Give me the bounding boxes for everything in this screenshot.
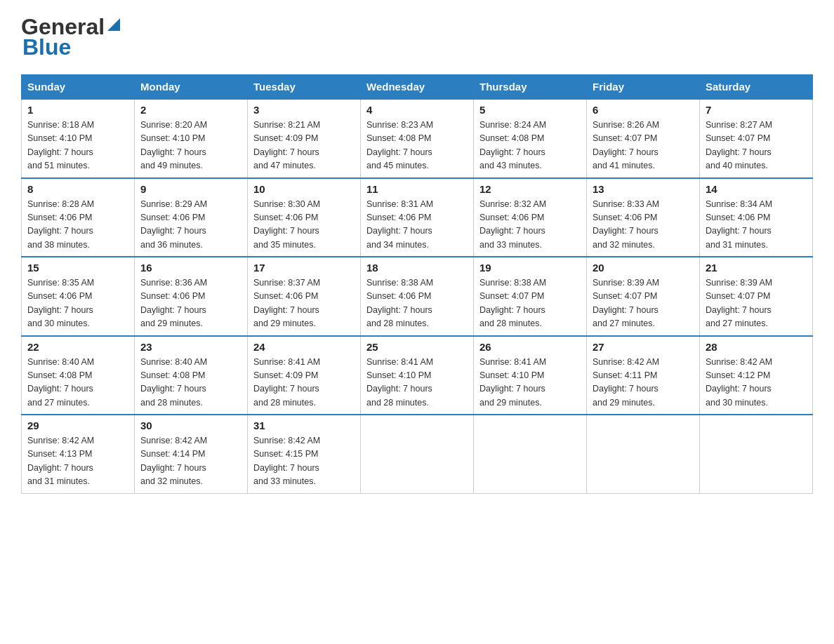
day-number: 8 xyxy=(27,183,128,195)
day-info: Sunrise: 8:32 AMSunset: 4:06 PMDaylight:… xyxy=(479,198,581,253)
calendar-cell: 25Sunrise: 8:41 AMSunset: 4:10 PMDayligh… xyxy=(361,336,474,415)
logo-triangle-icon xyxy=(106,17,121,32)
day-number: 15 xyxy=(27,262,128,274)
day-number: 7 xyxy=(706,104,807,116)
day-info: Sunrise: 8:30 AMSunset: 4:06 PMDaylight:… xyxy=(253,198,355,253)
calendar-cell: 10Sunrise: 8:30 AMSunset: 4:06 PMDayligh… xyxy=(248,178,361,257)
day-info: Sunrise: 8:37 AMSunset: 4:06 PMDaylight:… xyxy=(253,276,355,331)
calendar-cell: 4Sunrise: 8:23 AMSunset: 4:08 PMDaylight… xyxy=(361,99,474,178)
calendar-cell: 7Sunrise: 8:27 AMSunset: 4:07 PMDaylight… xyxy=(700,99,813,178)
day-info: Sunrise: 8:41 AMSunset: 4:10 PMDaylight:… xyxy=(366,356,468,410)
week-row-3: 15Sunrise: 8:35 AMSunset: 4:06 PMDayligh… xyxy=(22,257,813,336)
calendar-table: SundayMondayTuesdayWednesdayThursdayFrid… xyxy=(21,74,813,494)
day-number: 17 xyxy=(253,262,355,274)
day-info: Sunrise: 8:40 AMSunset: 4:08 PMDaylight:… xyxy=(140,356,241,410)
week-row-4: 22Sunrise: 8:40 AMSunset: 4:08 PMDayligh… xyxy=(22,336,813,415)
calendar-cell: 23Sunrise: 8:40 AMSunset: 4:08 PMDayligh… xyxy=(135,336,248,415)
calendar-cell: 6Sunrise: 8:26 AMSunset: 4:07 PMDaylight… xyxy=(587,99,700,178)
day-info: Sunrise: 8:27 AMSunset: 4:07 PMDaylight:… xyxy=(706,119,807,173)
calendar-cell: 31Sunrise: 8:42 AMSunset: 4:15 PMDayligh… xyxy=(248,415,361,493)
day-number: 3 xyxy=(253,104,355,116)
calendar-cell: 19Sunrise: 8:38 AMSunset: 4:07 PMDayligh… xyxy=(474,257,587,336)
day-number: 4 xyxy=(366,104,468,116)
day-info: Sunrise: 8:41 AMSunset: 4:10 PMDaylight:… xyxy=(479,356,581,410)
calendar-cell: 26Sunrise: 8:41 AMSunset: 4:10 PMDayligh… xyxy=(474,336,587,415)
day-info: Sunrise: 8:36 AMSunset: 4:06 PMDaylight:… xyxy=(140,276,241,331)
day-number: 11 xyxy=(366,183,468,195)
logo-blue-text: Blue xyxy=(22,34,71,60)
calendar-cell: 22Sunrise: 8:40 AMSunset: 4:08 PMDayligh… xyxy=(22,336,135,415)
header-wednesday: Wednesday xyxy=(361,75,474,100)
header-monday: Monday xyxy=(135,75,248,100)
calendar-cell: 13Sunrise: 8:33 AMSunset: 4:06 PMDayligh… xyxy=(587,178,700,257)
calendar-cell: 27Sunrise: 8:42 AMSunset: 4:11 PMDayligh… xyxy=(587,336,700,415)
calendar-cell: 2Sunrise: 8:20 AMSunset: 4:10 PMDaylight… xyxy=(135,99,248,178)
week-row-2: 8Sunrise: 8:28 AMSunset: 4:06 PMDaylight… xyxy=(22,178,813,257)
page-header: General Blue xyxy=(21,14,813,60)
header-friday: Friday xyxy=(587,75,700,100)
day-number: 23 xyxy=(140,341,241,353)
day-number: 26 xyxy=(479,341,581,353)
day-number: 27 xyxy=(593,341,694,353)
svg-marker-0 xyxy=(107,18,120,31)
week-row-1: 1Sunrise: 8:18 AMSunset: 4:10 PMDaylight… xyxy=(22,99,813,178)
day-number: 13 xyxy=(593,183,694,195)
day-info: Sunrise: 8:42 AMSunset: 4:15 PMDaylight:… xyxy=(253,434,355,489)
calendar-cell: 29Sunrise: 8:42 AMSunset: 4:13 PMDayligh… xyxy=(22,415,135,493)
day-info: Sunrise: 8:31 AMSunset: 4:06 PMDaylight:… xyxy=(366,198,468,253)
header-sunday: Sunday xyxy=(22,75,135,100)
day-info: Sunrise: 8:21 AMSunset: 4:09 PMDaylight:… xyxy=(253,119,355,173)
day-number: 5 xyxy=(479,104,581,116)
calendar-cell: 9Sunrise: 8:29 AMSunset: 4:06 PMDaylight… xyxy=(135,178,248,257)
day-number: 28 xyxy=(706,341,807,353)
calendar-cell xyxy=(361,415,474,493)
calendar-cell: 28Sunrise: 8:42 AMSunset: 4:12 PMDayligh… xyxy=(700,336,813,415)
day-info: Sunrise: 8:42 AMSunset: 4:11 PMDaylight:… xyxy=(593,356,694,410)
day-info: Sunrise: 8:42 AMSunset: 4:14 PMDaylight:… xyxy=(140,434,241,489)
week-row-5: 29Sunrise: 8:42 AMSunset: 4:13 PMDayligh… xyxy=(22,415,813,493)
day-number: 30 xyxy=(140,420,241,431)
calendar-cell: 3Sunrise: 8:21 AMSunset: 4:09 PMDaylight… xyxy=(248,99,361,178)
calendar-header-row: SundayMondayTuesdayWednesdayThursdayFrid… xyxy=(22,75,813,100)
day-info: Sunrise: 8:20 AMSunset: 4:10 PMDaylight:… xyxy=(140,119,241,173)
calendar-cell xyxy=(700,415,813,493)
day-info: Sunrise: 8:26 AMSunset: 4:07 PMDaylight:… xyxy=(593,119,694,173)
calendar-cell: 1Sunrise: 8:18 AMSunset: 4:10 PMDaylight… xyxy=(22,99,135,178)
day-number: 24 xyxy=(253,341,355,353)
day-info: Sunrise: 8:38 AMSunset: 4:07 PMDaylight:… xyxy=(479,276,581,331)
day-number: 21 xyxy=(706,262,807,274)
calendar-cell: 11Sunrise: 8:31 AMSunset: 4:06 PMDayligh… xyxy=(361,178,474,257)
header-saturday: Saturday xyxy=(700,75,813,100)
day-number: 14 xyxy=(706,183,807,195)
day-number: 12 xyxy=(479,183,581,195)
day-info: Sunrise: 8:23 AMSunset: 4:08 PMDaylight:… xyxy=(366,119,468,173)
day-info: Sunrise: 8:18 AMSunset: 4:10 PMDaylight:… xyxy=(27,119,128,173)
day-number: 2 xyxy=(140,104,241,116)
day-number: 6 xyxy=(593,104,694,116)
logo: General Blue xyxy=(21,14,121,60)
day-info: Sunrise: 8:29 AMSunset: 4:06 PMDaylight:… xyxy=(140,198,241,253)
day-number: 31 xyxy=(253,420,355,431)
day-info: Sunrise: 8:35 AMSunset: 4:06 PMDaylight:… xyxy=(27,276,128,331)
header-tuesday: Tuesday xyxy=(248,75,361,100)
day-info: Sunrise: 8:34 AMSunset: 4:06 PMDaylight:… xyxy=(706,198,807,253)
calendar-cell: 14Sunrise: 8:34 AMSunset: 4:06 PMDayligh… xyxy=(700,178,813,257)
calendar-cell: 17Sunrise: 8:37 AMSunset: 4:06 PMDayligh… xyxy=(248,257,361,336)
day-number: 22 xyxy=(27,341,128,353)
calendar-cell: 21Sunrise: 8:39 AMSunset: 4:07 PMDayligh… xyxy=(700,257,813,336)
calendar-cell: 30Sunrise: 8:42 AMSunset: 4:14 PMDayligh… xyxy=(135,415,248,493)
calendar-cell: 20Sunrise: 8:39 AMSunset: 4:07 PMDayligh… xyxy=(587,257,700,336)
day-number: 9 xyxy=(140,183,241,195)
calendar-cell xyxy=(474,415,587,493)
day-info: Sunrise: 8:39 AMSunset: 4:07 PMDaylight:… xyxy=(706,276,807,331)
day-number: 19 xyxy=(479,262,581,274)
day-info: Sunrise: 8:41 AMSunset: 4:09 PMDaylight:… xyxy=(253,356,355,410)
calendar-cell: 8Sunrise: 8:28 AMSunset: 4:06 PMDaylight… xyxy=(22,178,135,257)
day-info: Sunrise: 8:24 AMSunset: 4:08 PMDaylight:… xyxy=(479,119,581,173)
day-number: 1 xyxy=(27,104,128,116)
day-info: Sunrise: 8:42 AMSunset: 4:12 PMDaylight:… xyxy=(706,356,807,410)
day-info: Sunrise: 8:42 AMSunset: 4:13 PMDaylight:… xyxy=(27,434,128,489)
day-number: 10 xyxy=(253,183,355,195)
calendar-cell: 15Sunrise: 8:35 AMSunset: 4:06 PMDayligh… xyxy=(22,257,135,336)
day-number: 25 xyxy=(366,341,468,353)
